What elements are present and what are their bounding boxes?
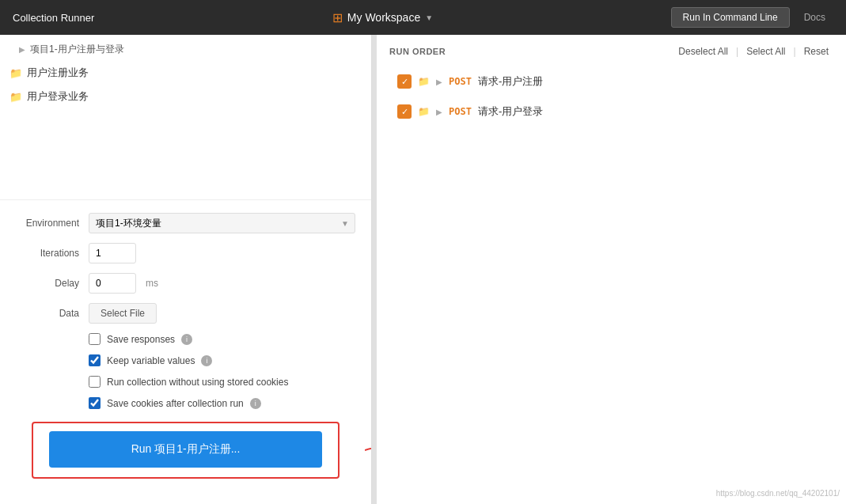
- iterations-label: Iterations: [16, 248, 79, 259]
- ms-label: ms: [146, 278, 158, 289]
- request-checkbox[interactable]: ✓: [397, 104, 412, 119]
- header-center: ⊞ My Workspace ▼: [332, 10, 433, 25]
- item-label: 用户注册业务: [27, 66, 89, 80]
- request-checkbox[interactable]: ✓: [397, 74, 412, 89]
- run-button[interactable]: Run 项目1-用户注册...: [49, 431, 322, 468]
- watermark: https://blog.csdn.net/qq_44202101/: [716, 489, 840, 498]
- item-label: 用户登录业务: [27, 89, 89, 104]
- save-responses-label: Save responses: [107, 334, 175, 345]
- environment-select-wrapper: 项目1-环境变量 ▼: [89, 213, 355, 233]
- environment-label: Environment: [16, 218, 79, 229]
- environment-row: Environment 项目1-环境变量 ▼: [16, 213, 355, 233]
- run-order-header: RUN ORDER Deselect All | Select All | Re…: [389, 44, 833, 59]
- run-annotation: 点击运行: [365, 439, 372, 461]
- workspace-label: My Workspace: [347, 11, 420, 24]
- chevron-down-icon: ▼: [425, 13, 433, 22]
- separator: |: [736, 46, 738, 57]
- chevron-right-icon: ▶: [19, 45, 25, 54]
- save-cookies-info-icon[interactable]: i: [250, 398, 261, 409]
- keep-variable-checkbox[interactable]: [89, 354, 101, 366]
- list-item[interactable]: ▶ 项目1-用户注册与登录: [0, 38, 371, 61]
- arrow-right-icon: ▶: [436, 108, 442, 116]
- separator2: |: [794, 46, 796, 57]
- app-header: Collection Runner ⊞ My Workspace ▼ Run I…: [0, 0, 846, 35]
- save-cookies-label: Save cookies after collection run: [107, 398, 244, 409]
- keep-variable-label: Keep variable values: [107, 355, 195, 366]
- save-cookies-checkbox[interactable]: [89, 397, 101, 409]
- request-name: 请求-用户登录: [478, 104, 543, 119]
- folder-icon: 📁: [9, 91, 22, 103]
- run-order-actions: Deselect All | Select All | Reset: [673, 44, 833, 59]
- right-panel: RUN ORDER Deselect All | Select All | Re…: [377, 35, 846, 504]
- folder-icon: 📁: [418, 76, 430, 87]
- run-btn-area: Run 项目1-用户注册... 点击运行: [32, 422, 340, 479]
- save-responses-row: Save responses i: [16, 333, 355, 345]
- delay-row: Delay ms: [16, 273, 355, 294]
- header-left: Collection Runner: [13, 12, 94, 24]
- form-area: Environment 项目1-环境变量 ▼ Iterations Delay …: [0, 200, 371, 422]
- iterations-input[interactable]: [89, 243, 136, 263]
- data-row: Data Select File: [16, 303, 355, 324]
- environment-select[interactable]: 项目1-环境变量: [89, 213, 355, 233]
- keep-variable-row: Keep variable values i: [16, 354, 355, 366]
- left-panel: ▶ 项目1-用户注册与登录 📁 用户注册业务 📁 用户登录业务 Environm…: [0, 35, 372, 504]
- save-responses-checkbox[interactable]: [89, 333, 101, 345]
- arrow-icon: [365, 439, 372, 461]
- list-item[interactable]: 📁 用户登录业务: [0, 85, 371, 108]
- run-without-cookies-row: Run collection without using stored cook…: [16, 376, 355, 388]
- method-badge: POST: [449, 106, 472, 117]
- collection-list: ▶ 项目1-用户注册与登录 📁 用户注册业务 📁 用户登录业务: [0, 35, 371, 200]
- workspace-button[interactable]: ⊞ My Workspace ▼: [332, 10, 433, 25]
- iterations-row: Iterations: [16, 243, 355, 263]
- list-item[interactable]: 📁 用户注册业务: [0, 61, 371, 85]
- delay-input[interactable]: [89, 273, 136, 294]
- keep-variable-info-icon[interactable]: i: [201, 355, 212, 366]
- item-label: 项目1-用户注册与登录: [30, 43, 124, 56]
- request-name: 请求-用户注册: [478, 74, 543, 89]
- docs-button[interactable]: Docs: [796, 8, 833, 27]
- run-without-cookies-checkbox[interactable]: [89, 376, 101, 388]
- collection-runner-title: Collection Runner: [13, 12, 94, 24]
- delay-label: Delay: [16, 278, 79, 289]
- main-container: ▶ 项目1-用户注册与登录 📁 用户注册业务 📁 用户登录业务 Environm…: [0, 35, 846, 504]
- folder-icon: 📁: [418, 106, 430, 117]
- select-all-button[interactable]: Select All: [742, 44, 790, 59]
- table-row[interactable]: ✓ 📁 ▶ POST 请求-用户注册: [389, 68, 833, 95]
- method-badge: POST: [449, 76, 472, 87]
- arrow-right-icon: ▶: [436, 78, 442, 86]
- deselect-all-button[interactable]: Deselect All: [673, 44, 733, 59]
- reset-button[interactable]: Reset: [799, 44, 833, 59]
- table-row[interactable]: ✓ 📁 ▶ POST 请求-用户登录: [389, 98, 833, 125]
- run-button-container: Run 项目1-用户注册... 点击运行: [0, 422, 371, 504]
- select-file-button[interactable]: Select File: [89, 303, 157, 324]
- run-without-cookies-label: Run collection without using stored cook…: [107, 377, 288, 388]
- grid-icon: ⊞: [332, 10, 343, 25]
- request-list: ✓ 📁 ▶ POST 请求-用户注册 ✓ 📁 ▶ POST 请求-用户登录: [389, 68, 833, 125]
- header-right: Run In Command Line Docs: [671, 7, 833, 28]
- save-responses-info-icon[interactable]: i: [181, 334, 192, 345]
- data-label: Data: [16, 308, 79, 319]
- folder-icon: 📁: [9, 67, 22, 79]
- run-in-command-line-button[interactable]: Run In Command Line: [671, 7, 790, 28]
- save-cookies-row: Save cookies after collection run i: [16, 397, 355, 409]
- run-order-title: RUN ORDER: [389, 47, 446, 56]
